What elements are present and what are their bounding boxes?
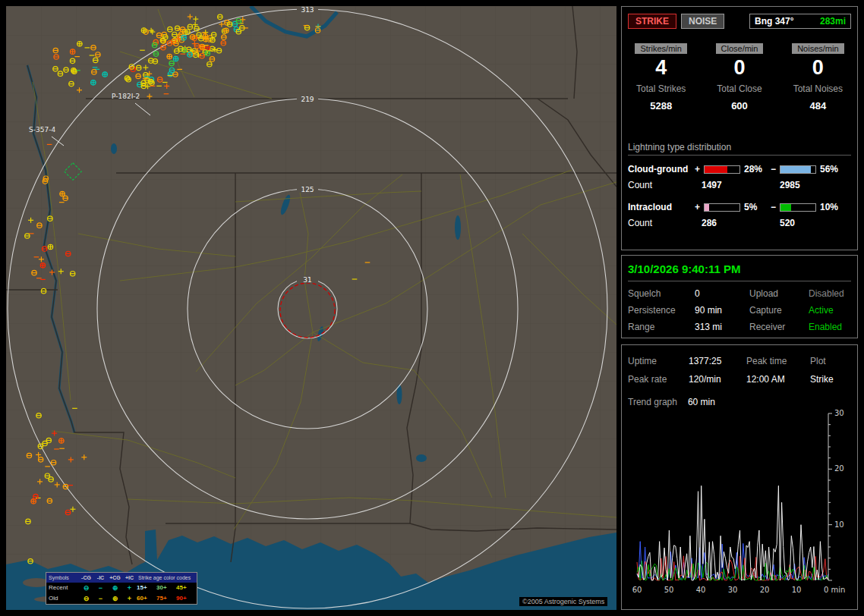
svg-text:0 min: 0 min [824,586,845,594]
total-close-value: 600 [700,100,778,112]
ic-count-label: Count [628,218,702,228]
cloud-ground-label: Cloud-ground [628,164,693,174]
peak-time-label: Peak time [746,356,810,366]
peak-time-value: 12:00 AM [746,374,810,385]
copyright: ©2005 Astrogenic Systems [519,597,607,606]
svg-text:P-182I-2: P-182I-2 [112,93,140,100]
close-per-min-header: Close/min [716,43,764,54]
trend-info-grid: Uptime 1377:25 Peak time Plot Peak rate … [628,356,851,385]
total-noises-value: 484 [779,100,857,112]
svg-text:60: 60 [632,586,642,594]
squelch-label: Squelch [628,288,695,299]
plot-value: Strike [810,374,851,385]
trend-window-value: 60 min [688,397,715,407]
bearing-label: Bng 347° [755,16,793,27]
svg-text:S-357-4: S-357-4 [29,126,55,134]
plus-icon: + [122,584,137,592]
noises-per-min-value: 0 [779,56,857,79]
legend-recent-ages: 15+ 30+ 45+ [137,584,197,592]
svg-text:31: 31 [303,276,311,284]
circle-plus-icon: ⊕ [108,584,122,592]
svg-text:30: 30 [728,586,738,594]
intracloud-label: Intracloud [628,202,693,212]
uptime-value: 1377:25 [689,356,746,366]
svg-text:125: 125 [301,186,314,193]
noises-rate-column: Noises/min 0 Total Noises 484 [779,41,857,112]
noises-per-min-header: Noises/min [792,43,844,54]
circle-minus-icon: ⊖ [79,595,93,602]
circle-plus-icon: ⊕ [108,595,122,602]
datetime-display: 3/10/2026 9:40:11 PM [628,262,851,281]
map-legend: Symbols -CG -IC +CG +IC Strike age color… [46,572,197,605]
age-75: 75+ [156,595,176,602]
legend-symbols-header: Symbols [46,574,79,582]
squelch-value: 0 [695,288,749,299]
circle-minus-icon: ⊖ [79,584,93,592]
legend-neg-cg-header: -CG [79,574,93,582]
cg-minus-bar [780,165,816,174]
range-label: Range [628,322,695,332]
lightning-map[interactable]: 31321912531 P-182I-2S-357-4 Symbols -CG … [6,6,616,610]
cloud-ground-row: Cloud-ground + 28% − 56% [628,164,851,174]
plot-label: Plot [810,356,851,366]
upload-value: Disabled [809,288,851,299]
minus-sign: − [769,202,777,212]
svg-text:219: 219 [301,96,314,103]
ic-plus-count: 286 [702,218,780,228]
svg-text:30: 30 [834,409,844,417]
capture-value: Active [809,305,851,316]
persistence-value: 90 min [695,305,749,316]
strike-toggle-button[interactable]: STRIKE [628,14,676,29]
total-close-label: Total Close [700,83,778,94]
cloud-ground-count-row: Count 1497 2985 [628,180,851,190]
trend-graph: 3020106050403020100 min [625,409,857,611]
intracloud-row: Intracloud + 5% − 10% [628,202,851,212]
ic-plus-bar [704,203,740,212]
receiver-label: Receiver [749,322,809,332]
ic-plus-pct: 5% [743,202,769,212]
strikes-per-min-header: Strikes/min [635,43,686,54]
total-noises-label: Total Noises [779,83,857,94]
svg-text:50: 50 [664,586,674,594]
minus-icon: − [93,584,108,592]
legend-age-codes-header: Strike age color codes [137,574,197,582]
strikes-rate-column: Strikes/min 4 Total Strikes 5288 [622,41,700,112]
capture-label: Capture [749,305,809,316]
legend-old-row: Old ⊖ − ⊕ + 60+ 75+ 90+ [46,593,197,604]
age-45: 45+ [176,584,196,592]
plus-sign: + [693,202,702,212]
nexstorm-app: 31321912531 P-182I-2S-357-4 Symbols -CG … [0,0,864,616]
age-30: 30+ [156,584,176,592]
legend-old-label: Old [46,595,79,602]
svg-text:10: 10 [792,586,802,594]
legend-neg-ic-header: -IC [93,574,108,582]
trend-graph-label: Trend graph [628,397,677,407]
uptime-label: Uptime [628,356,689,366]
peak-rate-label: Peak rate [628,374,689,385]
receiver-value: Enabled [809,322,851,332]
age-60: 60+ [137,595,156,602]
minus-sign: − [769,164,777,174]
status-grid: Squelch 0 Upload Disabled Persistence 90… [628,288,851,332]
cg-plus-pct: 28% [743,164,769,174]
legend-pos-cg-header: +CG [108,574,122,582]
map-canvas: 31321912531 P-182I-2S-357-4 [6,6,616,610]
trend-graph-canvas: 3020106050403020100 min [625,409,857,608]
cg-plus-bar [704,165,740,174]
plus-sign: + [693,164,702,174]
svg-text:10: 10 [834,520,844,529]
noise-toggle-button[interactable]: NOISE [681,14,724,29]
trend-graph-header: Trend graph 60 min [628,397,851,407]
legend-recent-label: Recent [46,584,79,592]
plus-icon: + [122,595,137,602]
cg-minus-pct: 56% [818,164,845,174]
status-panel: 3/10/2026 9:40:11 PM Squelch 0 Upload Di… [621,255,858,338]
legend-pos-ic-header: +IC [122,574,137,582]
age-90: 90+ [176,595,196,602]
distribution-title: Lightning type distribution [628,142,851,156]
trend-panel: Uptime 1377:25 Peak time Plot Peak rate … [621,344,858,610]
ic-minus-bar [780,203,816,212]
svg-text:20: 20 [834,464,844,473]
bearing-distance: 283mi [820,16,846,27]
cg-count-label: Count [628,180,702,190]
